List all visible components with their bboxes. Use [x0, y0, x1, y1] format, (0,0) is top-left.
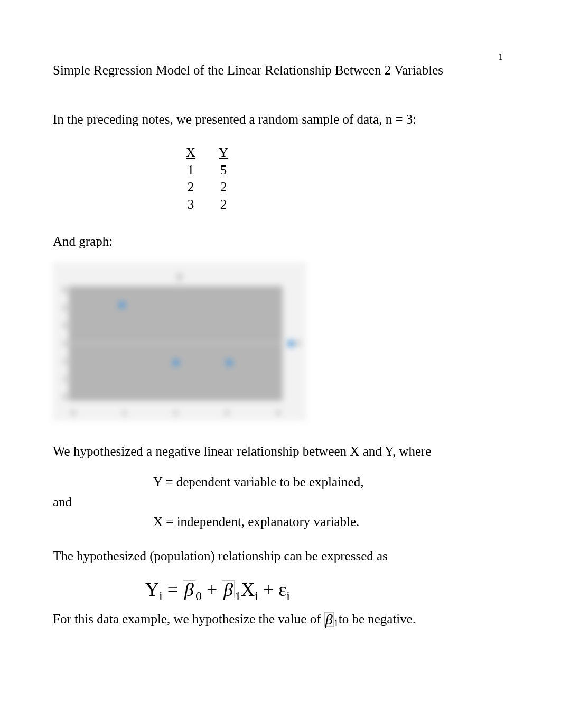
x-tick: 4 — [276, 409, 280, 417]
x-axis-ticks: 0 1 2 3 4 — [69, 409, 283, 417]
x-tick: 1 — [123, 409, 126, 417]
y-tick: 0 — [63, 393, 67, 401]
y-tick: 3 — [63, 339, 67, 347]
beta-symbol: β — [324, 612, 334, 626]
table-cell-y: 5 — [207, 162, 240, 179]
x-tick: 3 — [225, 409, 229, 417]
chart-title: Y — [176, 273, 182, 283]
data-point — [119, 302, 125, 308]
regression-equation: Yi = β0 + β1Xi + εi — [53, 578, 513, 604]
graph-label: And graph: — [53, 234, 513, 249]
data-point — [226, 360, 232, 366]
paper-title: Simple Regression Model of the Linear Re… — [53, 61, 513, 79]
table-cell-x: 1 — [174, 162, 207, 179]
legend-swatch-icon — [288, 340, 294, 347]
and-connector: and — [53, 492, 513, 512]
table-cell-x: 2 — [174, 179, 207, 196]
intro-paragraph: In the preceding notes, we presented a r… — [53, 110, 513, 128]
legend-label: Y — [296, 339, 301, 348]
table-row: 2 2 — [174, 179, 240, 196]
y-tick: 6 — [63, 286, 67, 294]
table-header-row: X Y — [174, 144, 240, 162]
y-tick: 4 — [63, 321, 67, 329]
y-axis-ticks: 6 5 4 3 2 1 0 — [53, 286, 69, 401]
y-tick: 5 — [63, 304, 67, 312]
table-cell-y: 2 — [207, 196, 240, 214]
x-tick: 0 — [71, 409, 75, 417]
y-tick: 1 — [63, 375, 67, 383]
hypothesis-paragraph: We hypothesized a negative linear relati… — [53, 442, 513, 460]
relationship-paragraph: The hypothesized (population) relationsh… — [53, 547, 513, 565]
x-definition: X = independent, explanatory variable. — [53, 512, 513, 532]
table-header-x: X — [174, 144, 207, 162]
chart-legend: Y — [283, 286, 306, 401]
table-header-y: Y — [207, 144, 240, 162]
y-tick: 2 — [63, 357, 67, 365]
scatter-chart: Y 6 5 4 3 2 1 0 Y 0 1 — [53, 262, 306, 421]
y-definition: Y = dependent variable to be explained, — [53, 472, 513, 492]
xy-data-table: X Y 1 5 2 2 3 2 — [174, 144, 513, 213]
final-paragraph: For this data example, we hypothesize th… — [53, 610, 513, 630]
x-tick: 2 — [174, 409, 177, 417]
table-cell-x: 3 — [174, 196, 207, 214]
table-row: 3 2 — [174, 196, 240, 214]
data-point — [173, 360, 179, 366]
beta-symbol: β — [183, 580, 195, 598]
page-number: 1 — [499, 52, 503, 62]
table-row: 1 5 — [174, 162, 240, 179]
table-cell-y: 2 — [207, 179, 240, 196]
plot-area — [69, 286, 283, 401]
beta-symbol: β — [222, 580, 235, 598]
